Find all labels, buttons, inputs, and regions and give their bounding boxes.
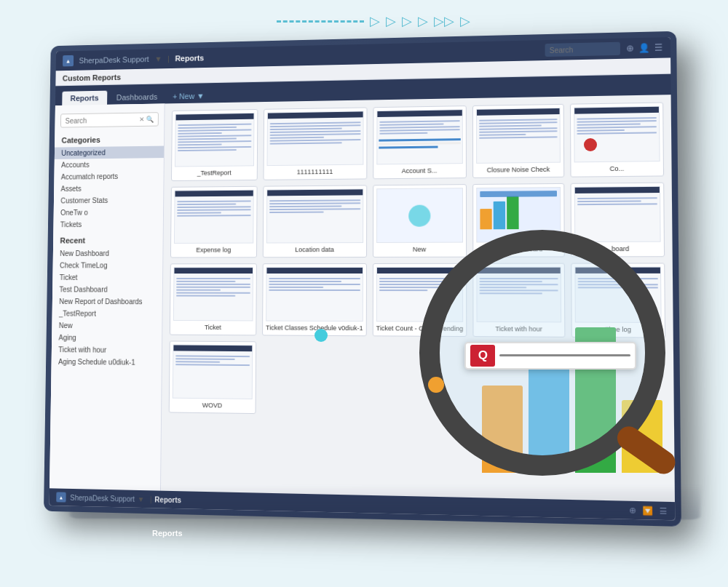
sidebar: ✕ 🔍 Categories Uncategorized Accounts Ac… (50, 103, 165, 508)
report-name-wovd: WOVD (173, 402, 253, 410)
new-button[interactable]: + New ▼ (167, 89, 210, 103)
tab-reports[interactable]: Reports (62, 91, 107, 105)
report-card-ticket[interactable]: Ticket (170, 263, 257, 335)
user-icon[interactable]: 👤 (638, 43, 650, 53)
dot-orange (428, 377, 444, 393)
topbar-icons: ⊕ 👤 ☰ (626, 42, 662, 53)
sidebar-item-accounts[interactable]: Accounts (55, 158, 164, 171)
topbar-separator: | (167, 55, 170, 63)
report-preview-account (376, 109, 463, 164)
search-input-line (499, 354, 630, 356)
sidebar-search[interactable]: ✕ 🔍 (60, 112, 159, 127)
report-card-testreport[interactable]: _TestReport (171, 109, 258, 181)
report-card-ticket-classes[interactable]: Ticket Classes Schedule v0diuk-1 (262, 263, 367, 336)
report-name-ticket: Ticket (173, 324, 253, 331)
categories-section-title: Categories (55, 129, 164, 147)
sidebar-recent-test-dashboard[interactable]: Test Dashboard (52, 284, 162, 296)
recent-section-title: Recent (53, 230, 163, 247)
bottom-reports-label: Reports (152, 529, 183, 538)
report-card-closure[interactable]: Closure Noise Check (472, 104, 564, 178)
page-header-title: Custom Reports (63, 73, 121, 82)
report-preview-ticket (173, 267, 253, 321)
topbar-logo: ▲ (63, 55, 74, 67)
sidebar-recent-check-timelog[interactable]: Check TimeLog (53, 259, 163, 271)
report-preview-closure (476, 108, 561, 164)
report-name-testreport: _TestReport (175, 169, 254, 177)
report-card-account[interactable]: Account S... (373, 105, 467, 179)
sidebar-recent-testreport[interactable]: _TestReport (52, 308, 162, 320)
sidebar-item-assets[interactable]: Assets (54, 182, 163, 195)
sidebar-recent-aging-schedule[interactable]: Aging Schedule u0diuk-1 (52, 356, 162, 369)
sidebar-item-accumatch[interactable]: Accumatch reports (54, 170, 163, 183)
report-preview-1111 (267, 111, 364, 166)
statusbar-logo: ▲ (56, 492, 66, 502)
top-decoration: ▷ ▷ ▷ ▷ ▷▷ ▷ (277, 13, 470, 29)
dot-red (584, 138, 597, 151)
sidebar-recent-ticket-hour[interactable]: Ticket with hour (52, 343, 162, 356)
sidebar-item-tickets[interactable]: Tickets (53, 218, 163, 231)
search-bar-overlay[interactable]: Q (464, 342, 636, 370)
report-name-account: Account S... (376, 167, 463, 175)
report-preview-location (266, 188, 363, 243)
report-name-location: Location data (266, 246, 363, 253)
report-card-1111[interactable]: 1111111111 (264, 107, 368, 180)
arrow-icon-1: ▷ (370, 13, 380, 29)
report-preview-wovd (173, 344, 253, 399)
sidebar-search-input[interactable] (66, 116, 140, 124)
sidebar-item-customer-stats[interactable]: Customer Stats (54, 194, 163, 207)
sidebar-recent-aging[interactable]: Aging (52, 332, 162, 345)
report-card-expense[interactable]: Expense log (170, 186, 258, 258)
arrow-icon-4: ▷ (418, 13, 428, 29)
svg-rect-2 (613, 422, 680, 479)
search-q-box: Q (470, 345, 495, 367)
monitor-wrapper: ▲ SherpaDesk Support ▼ | Reports ⊕ 👤 ☰ C… (36, 36, 692, 546)
add-icon[interactable]: ⊕ (626, 43, 634, 53)
report-card-location[interactable]: Location data (263, 185, 367, 257)
report-preview-testreport (175, 113, 255, 167)
report-preview-co (574, 106, 660, 163)
dot-cyan (314, 329, 328, 342)
tab-dashboards[interactable]: Dashboards (108, 89, 166, 105)
sidebar-item-onetwo[interactable]: OneTw o (54, 206, 164, 218)
report-name-ticket-classes: Ticket Classes Schedule v0diuk-1 (266, 324, 363, 332)
topbar-brand: SherpaDesk Support (79, 55, 149, 65)
report-preview-expense (174, 190, 254, 244)
search-icon[interactable]: 🔍 (146, 116, 154, 123)
clear-search-icon[interactable]: ✕ (139, 116, 145, 123)
arrow-icon-2: ▷ (386, 13, 396, 29)
arrow-icon-5: ▷▷ (434, 13, 454, 29)
dashed-line (277, 20, 364, 23)
sidebar-recent-ticket[interactable]: Ticket (52, 271, 162, 284)
report-card-wovd[interactable]: WOVD (169, 341, 256, 415)
topbar-title: Reports (175, 54, 204, 63)
topbar-search-input[interactable] (545, 42, 620, 57)
report-preview-ticket-classes (266, 267, 363, 322)
sidebar-recent-new[interactable]: New (52, 319, 162, 332)
sidebar-recent-new-dashboard[interactable]: New Dashboard (53, 247, 163, 260)
sidebar-recent-new-report[interactable]: New Report of Dashboards (52, 295, 162, 308)
report-name-closure: Closure Noise Check (476, 166, 561, 174)
sidebar-item-uncategorized[interactable]: Uncategorized (55, 146, 164, 159)
report-card-co[interactable]: Co... (570, 103, 664, 177)
magnifier-container: Q (415, 225, 692, 502)
report-name-expense: Expense log (174, 246, 253, 253)
report-name-co: Co... (574, 164, 660, 172)
report-name-1111: 1111111111 (266, 168, 363, 176)
arrow-icon-3: ▷ (402, 13, 412, 29)
arrow-icon-6: ▷ (460, 13, 470, 29)
menu-icon[interactable]: ☰ (654, 42, 663, 52)
topbar-dropdown-icon[interactable]: ▼ (154, 55, 162, 63)
